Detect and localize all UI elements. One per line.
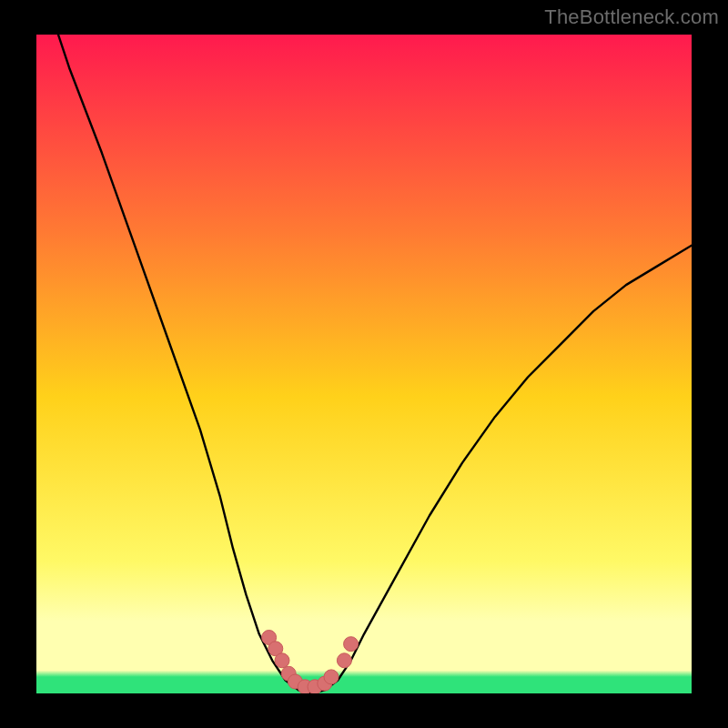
plot-area [36,35,692,693]
chart-svg [36,35,692,693]
curve-marker [344,637,359,652]
chart-frame: TheBottleneck.com [0,0,728,728]
watermark-text: TheBottleneck.com [544,5,719,29]
plot-background [36,35,692,693]
curve-marker [275,653,289,668]
curve-marker [324,670,339,684]
curve-marker [337,653,351,668]
